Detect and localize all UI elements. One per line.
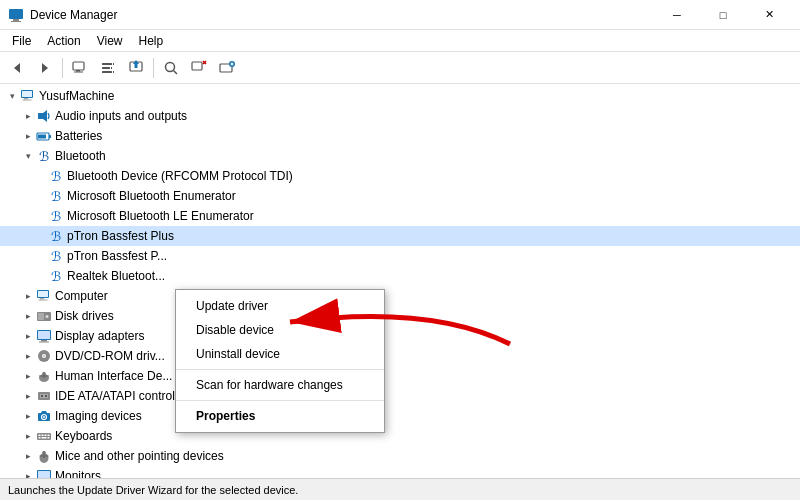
bt-device1-icon: ℬ (48, 168, 64, 184)
svg-rect-5 (73, 62, 84, 70)
tree-arrow-bluetooth: ▾ (20, 148, 36, 164)
tree-label-bt6: Realtek Bluetoot... (67, 269, 165, 283)
tree-arrow-root: ▾ (4, 88, 20, 104)
tree-label-root: YusufMachine (39, 89, 114, 103)
tree-label-bt5: pTron Bassfest P... (67, 249, 167, 263)
close-button[interactable]: ✕ (746, 0, 792, 30)
dvd-icon (36, 348, 52, 364)
svg-marker-65 (41, 411, 47, 413)
svg-line-18 (174, 70, 178, 74)
svg-rect-11 (113, 63, 114, 65)
tree-arrow-hid: ▸ (20, 368, 36, 384)
tree-item-imaging[interactable]: ▸ Imaging devices (0, 406, 800, 426)
maximize-button[interactable]: □ (700, 0, 746, 30)
svg-rect-30 (38, 113, 43, 119)
tree-arrow-bt2 (40, 188, 48, 204)
tree-item-bt2[interactable]: ℬ Microsoft Bluetooth Enumerator (0, 186, 800, 206)
update-driver-button[interactable] (123, 56, 149, 80)
tree-label-keyboards: Keyboards (55, 429, 112, 443)
svg-rect-69 (39, 435, 41, 437)
svg-rect-47 (38, 313, 44, 320)
ctx-scan-hardware[interactable]: Scan for hardware changes (176, 373, 384, 397)
svg-marker-4 (42, 63, 48, 73)
svg-rect-29 (22, 91, 32, 97)
svg-rect-8 (102, 63, 112, 65)
svg-point-48 (46, 315, 49, 318)
bt-device3-icon: ℬ (48, 208, 64, 224)
computer2-icon (36, 288, 52, 304)
tree-item-disk[interactable]: ▸ Disk drives (0, 306, 800, 326)
tree-item-hid[interactable]: ▸ Human Interface De... (0, 366, 800, 386)
tree-arrow-ide: ▸ (20, 388, 36, 404)
svg-rect-44 (40, 298, 44, 300)
tree-label-computer: Computer (55, 289, 108, 303)
scan-hardware-button[interactable] (158, 56, 184, 80)
tree-label-audio: Audio inputs and outputs (55, 109, 187, 123)
bt-device2-icon: ℬ (48, 188, 64, 204)
tree-label-bt1: Bluetooth Device (RFCOMM Protocol TDI) (67, 169, 293, 183)
tree-item-bt5[interactable]: ℬ pTron Bassfest P... (0, 246, 800, 266)
uninstall-button[interactable] (186, 56, 212, 80)
device-manager-button[interactable] (67, 56, 93, 80)
svg-rect-7 (74, 71, 83, 72)
add-driver-button[interactable] (214, 56, 240, 80)
tree-arrow-bt3 (40, 208, 48, 224)
svg-rect-12 (111, 67, 112, 69)
properties-button[interactable] (95, 56, 121, 80)
device-tree[interactable]: ▾ YusufMachine ▸ Audio in (0, 84, 800, 478)
svg-rect-2 (11, 21, 21, 22)
tree-item-bluetooth[interactable]: ▾ ℬ Bluetooth (0, 146, 800, 166)
ctx-disable-device[interactable]: Disable device (176, 318, 384, 342)
svg-rect-27 (24, 98, 28, 100)
tree-item-mice[interactable]: ▸ Mice and other pointing devices (0, 446, 800, 466)
tree-arrow-bt4 (40, 228, 48, 244)
menu-help[interactable]: Help (131, 30, 172, 52)
tree-item-dvd[interactable]: ▸ DVD/CD-ROM driv... (0, 346, 800, 366)
minimize-button[interactable]: ─ (654, 0, 700, 30)
menu-view[interactable]: View (89, 30, 131, 52)
tree-label-batteries: Batteries (55, 129, 102, 143)
svg-rect-33 (49, 135, 51, 138)
tree-item-root[interactable]: ▾ YusufMachine (0, 86, 800, 106)
back-button[interactable] (4, 56, 30, 80)
tree-item-bt3[interactable]: ℬ Microsoft Bluetooth LE Enumerator (0, 206, 800, 226)
tree-arrow-display: ▸ (20, 328, 36, 344)
title-bar: Device Manager ─ □ ✕ (0, 0, 800, 30)
tree-arrow-dvd: ▸ (20, 348, 36, 364)
ctx-properties[interactable]: Properties (176, 404, 384, 428)
tree-arrow-mice: ▸ (20, 448, 36, 464)
tree-item-bt6[interactable]: ℬ Realtek Bluetoot... (0, 266, 800, 286)
tree-item-bt1[interactable]: ℬ Bluetooth Device (RFCOMM Protocol TDI) (0, 166, 800, 186)
svg-rect-63 (45, 395, 47, 397)
tree-item-ide[interactable]: ▸ IDE ATA/ATAPI controllers (0, 386, 800, 406)
ctx-sep-1 (176, 369, 384, 370)
hid-icon (36, 368, 52, 384)
forward-button[interactable] (32, 56, 58, 80)
svg-rect-28 (23, 100, 32, 101)
tree-item-display[interactable]: ▸ Display adapters (0, 326, 800, 346)
tree-item-monitors[interactable]: ▸ Monitors (0, 466, 800, 478)
svg-rect-45 (39, 300, 48, 301)
svg-rect-51 (41, 340, 47, 342)
tree-item-batteries[interactable]: ▸ Batteries (0, 126, 800, 146)
svg-rect-43 (38, 291, 48, 297)
menu-file[interactable]: File (4, 30, 39, 52)
tree-arrow-disk: ▸ (20, 308, 36, 324)
tree-arrow-bt5 (40, 248, 48, 264)
tree-item-audio[interactable]: ▸ Audio inputs and outputs (0, 106, 800, 126)
tree-arrow-audio: ▸ (20, 108, 36, 124)
tree-item-bt4[interactable]: ℬ pTron Bassfest Plus (0, 226, 800, 246)
menu-action[interactable]: Action (39, 30, 88, 52)
tree-label-disk: Disk drives (55, 309, 114, 323)
window-title: Device Manager (30, 8, 654, 22)
window-controls: ─ □ ✕ (654, 0, 792, 30)
tree-label-bt4: pTron Bassfest Plus (67, 229, 174, 243)
tree-item-computer[interactable]: ▸ Computer (0, 286, 800, 306)
ctx-uninstall-device[interactable]: Uninstall device (176, 342, 384, 366)
main-area: ▾ YusufMachine ▸ Audio in (0, 84, 800, 478)
tree-item-keyboards[interactable]: ▸ Keyboards (0, 426, 800, 446)
tree-label-bluetooth: Bluetooth (55, 149, 106, 163)
ctx-update-driver[interactable]: Update driver (176, 294, 384, 318)
tree-label-monitors: Monitors (55, 469, 101, 478)
toolbar-sep-1 (62, 58, 63, 78)
